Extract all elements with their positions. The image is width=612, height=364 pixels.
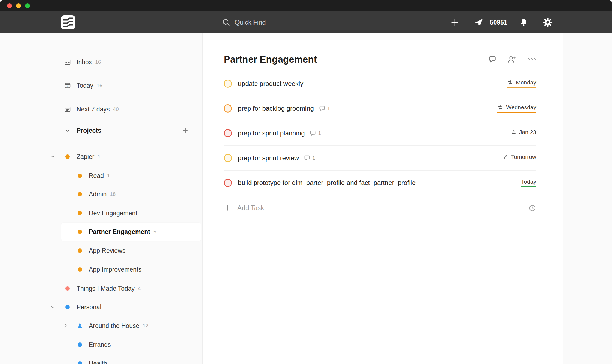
quick-find-search[interactable]: Quick Find xyxy=(222,18,266,26)
add-project-icon[interactable] xyxy=(182,127,189,134)
task-history-icon[interactable] xyxy=(528,204,536,212)
sidebar-project-personal[interactable]: Personal xyxy=(61,298,201,316)
project-label: App Improvements xyxy=(89,266,141,273)
project-label: Around the House xyxy=(89,322,139,330)
task-complete-checkbox[interactable] xyxy=(224,104,232,113)
chevron-right-icon[interactable] xyxy=(63,323,68,328)
sidebar-project-dev-engagement[interactable]: Dev Engagement xyxy=(61,204,201,222)
sidebar-projects-header[interactable]: Projects xyxy=(61,122,201,139)
project-color-dot xyxy=(76,211,83,215)
settings-gear-icon[interactable] xyxy=(543,17,553,27)
task-row[interactable]: update product weekly Monday xyxy=(224,71,536,96)
sidebar-project-admin[interactable]: Admin 18 xyxy=(61,186,201,203)
main-panel: Partner Engagement xyxy=(203,33,563,364)
todoist-logo-icon[interactable] xyxy=(60,15,76,30)
project-label: Zapier xyxy=(77,153,94,160)
sidebar-item-inbox[interactable]: Inbox 16 xyxy=(61,53,201,71)
calendar-week-icon xyxy=(64,106,71,113)
project-count: 4 xyxy=(138,286,141,292)
task-comments[interactable]: 1 xyxy=(310,130,321,136)
calendar-today-icon: 9 xyxy=(64,82,71,89)
project-color-dot xyxy=(76,192,83,196)
sidebar-project-errands[interactable]: Errands xyxy=(61,336,201,353)
task-complete-checkbox[interactable] xyxy=(224,179,232,187)
project-count: 12 xyxy=(143,323,148,329)
task-due-date[interactable]: Today xyxy=(521,178,536,187)
project-count: 1 xyxy=(107,173,110,179)
sidebar-item-count: 16 xyxy=(96,83,102,89)
project-color-dot xyxy=(76,230,83,234)
sidebar-item-next-7-days[interactable]: Next 7 days 40 xyxy=(61,101,201,118)
task-comments[interactable]: 1 xyxy=(319,105,330,112)
task-complete-checkbox[interactable] xyxy=(224,80,232,88)
sidebar-project-health[interactable]: Health xyxy=(61,355,201,364)
sidebar-divider xyxy=(59,141,201,141)
karma-icon[interactable] xyxy=(474,18,483,27)
project-label: Errands xyxy=(89,341,111,348)
task-due-date[interactable]: Jan 23 xyxy=(510,129,536,138)
task-due-date[interactable]: Tomorrow xyxy=(502,154,536,162)
shared-project-person-icon xyxy=(76,323,83,329)
task-due-date[interactable]: Wednesday xyxy=(497,104,536,113)
chevron-down-icon[interactable] xyxy=(50,305,55,310)
add-task-row[interactable]: Add Task xyxy=(224,195,536,220)
task-row[interactable]: prep for sprint review 1 Tomo xyxy=(224,146,536,171)
project-color-dot xyxy=(64,286,71,291)
project-color-dot xyxy=(76,267,83,272)
add-task-header-button[interactable] xyxy=(450,18,459,27)
add-task-label[interactable]: Add Task xyxy=(237,204,264,212)
sidebar-project-things-i-made-today[interactable]: Things I Made Today 4 xyxy=(61,280,201,297)
share-project-icon[interactable] xyxy=(507,55,516,64)
task-text[interactable]: prep for backlog grooming xyxy=(238,105,314,112)
sidebar-project-app-reviews[interactable]: App Reviews xyxy=(61,242,201,259)
karma-count[interactable]: 50951 xyxy=(490,19,507,26)
task-text[interactable]: update product weekly xyxy=(238,80,303,87)
task-due-date[interactable]: Monday xyxy=(507,79,536,88)
project-color-dot xyxy=(64,154,71,159)
project-count: 18 xyxy=(110,191,116,197)
app-body: Inbox 16 9 Today 16 xyxy=(0,33,612,364)
task-complete-checkbox[interactable] xyxy=(224,154,232,162)
project-label: Health xyxy=(89,360,107,364)
due-date-label: Today xyxy=(521,178,536,185)
sidebar-project-zapier[interactable]: Zapier 1 xyxy=(61,148,201,165)
projects-header-label: Projects xyxy=(77,127,101,134)
project-count: 5 xyxy=(153,229,156,235)
project-color-dot xyxy=(76,361,83,364)
more-options-icon[interactable] xyxy=(527,57,536,61)
task-text[interactable]: prep for sprint planning xyxy=(238,129,305,137)
task-text[interactable]: build prototype for dim_parter_profile a… xyxy=(238,179,416,187)
add-task-plus-icon[interactable] xyxy=(224,204,231,212)
task-comments[interactable]: 1 xyxy=(304,155,315,161)
recurring-icon xyxy=(502,154,509,160)
task-complete-checkbox[interactable] xyxy=(224,129,232,137)
chevron-down-icon[interactable] xyxy=(64,128,71,134)
recurring-icon xyxy=(507,79,513,86)
task-row[interactable]: prep for backlog grooming 1 W xyxy=(224,96,536,121)
sidebar-item-label: Today xyxy=(77,82,93,89)
notifications-bell-icon[interactable] xyxy=(519,18,528,27)
chevron-down-icon[interactable] xyxy=(50,154,55,159)
sidebar-project-read[interactable]: Read 1 xyxy=(61,167,201,184)
comment-count: 1 xyxy=(312,155,315,161)
svg-text:9: 9 xyxy=(67,84,68,87)
sidebar-item-today[interactable]: 9 Today 16 xyxy=(61,77,201,94)
close-window-button[interactable] xyxy=(7,3,12,8)
minimize-window-button[interactable] xyxy=(16,3,21,8)
comment-count: 1 xyxy=(318,130,321,136)
project-comments-icon[interactable] xyxy=(488,55,496,63)
project-label: App Reviews xyxy=(89,247,125,254)
sidebar-project-partner-engagement[interactable]: Partner Engagement 5 xyxy=(61,223,201,241)
sidebar-project-around-the-house[interactable]: Around the House 12 xyxy=(61,317,201,335)
project-label: Read xyxy=(89,172,104,180)
task-text[interactable]: prep for sprint review xyxy=(238,154,299,162)
task-row[interactable]: prep for sprint planning 1 Ja xyxy=(224,121,536,146)
sidebar-project-app-improvements[interactable]: App Improvements xyxy=(61,261,201,278)
task-row[interactable]: build prototype for dim_parter_profile a… xyxy=(224,171,536,195)
sidebar-item-count: 40 xyxy=(113,106,119,112)
macos-titlebar xyxy=(0,0,612,11)
search-placeholder: Quick Find xyxy=(235,19,266,26)
zoom-window-button[interactable] xyxy=(25,3,30,8)
search-icon xyxy=(222,18,230,26)
project-label: Admin xyxy=(89,191,107,198)
